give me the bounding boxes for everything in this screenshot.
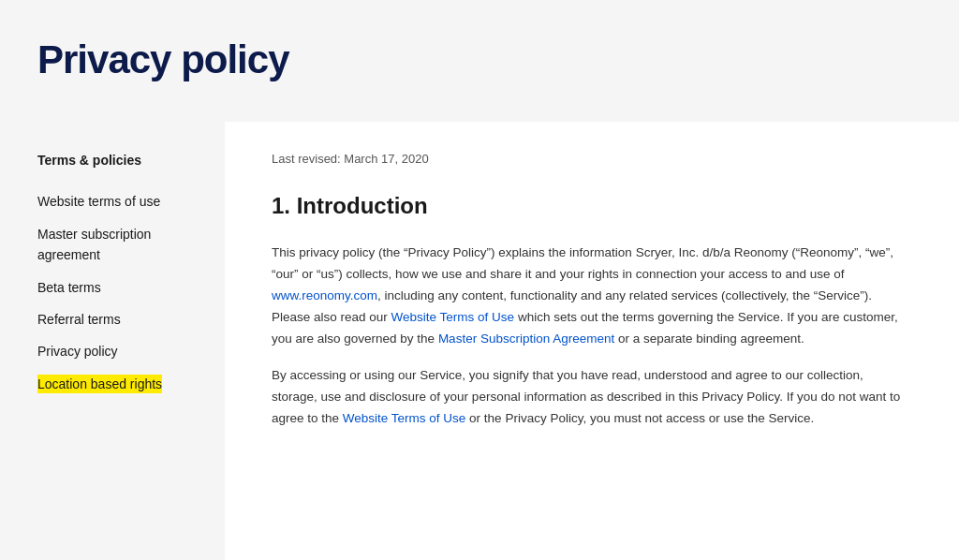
sidebar-item-beta-terms[interactable]: Beta terms — [37, 272, 206, 303]
sidebar-item-privacy-policy[interactable]: Privacy policy — [37, 335, 206, 367]
intro-paragraph-1: This privacy policy (the “Privacy Policy… — [272, 243, 912, 350]
para2-text-2: or the Privacy Policy, you must not acce… — [465, 411, 814, 425]
reonomy-link[interactable]: www.reonomy.com — [272, 288, 377, 302]
sidebar-link-master-subscription[interactable]: Master subscription agreement — [37, 218, 206, 272]
sidebar-heading: Terms & policies — [37, 150, 206, 170]
sidebar-item-location-based-rights[interactable]: Location based rights — [37, 368, 206, 400]
main-layout: Terms & policies Website terms of use Ma… — [0, 122, 959, 560]
website-terms-link-2[interactable]: Website Terms of Use — [343, 411, 466, 425]
master-subscription-link[interactable]: Master Subscription Agreement — [438, 332, 614, 346]
content-area: Last revised: March 17, 2020 1. Introduc… — [225, 122, 959, 560]
sidebar-link-privacy-policy[interactable]: Privacy policy — [37, 335, 206, 367]
sidebar-link-website-terms[interactable]: Website terms of use — [37, 185, 206, 217]
header-section: Privacy policy — [0, 0, 959, 122]
sidebar-item-website-terms[interactable]: Website terms of use — [37, 185, 206, 217]
last-revised: Last revised: March 17, 2020 — [272, 150, 912, 169]
para1-text-1: This privacy policy (the “Privacy Policy… — [272, 245, 893, 281]
sidebar-item-master-subscription[interactable]: Master subscription agreement — [37, 218, 206, 272]
page-title: Privacy policy — [37, 28, 289, 91]
sidebar-nav: Website terms of use Master subscription… — [37, 185, 206, 400]
sidebar-link-location-based-rights[interactable]: Location based rights — [37, 368, 206, 400]
sidebar: Terms & policies Website terms of use Ma… — [0, 122, 225, 560]
active-item-label: Location based rights — [37, 375, 162, 393]
website-terms-link-1[interactable]: Website Terms of Use — [391, 310, 515, 324]
section1-title: 1. Introduction — [272, 188, 912, 224]
intro-paragraph-2: By accessing or using our Service, you s… — [272, 365, 912, 430]
para1-text-4: or a separate binding agreement. — [614, 332, 804, 346]
sidebar-link-referral-terms[interactable]: Referral terms — [37, 303, 206, 335]
sidebar-item-referral-terms[interactable]: Referral terms — [37, 303, 206, 335]
sidebar-link-beta-terms[interactable]: Beta terms — [37, 272, 206, 303]
